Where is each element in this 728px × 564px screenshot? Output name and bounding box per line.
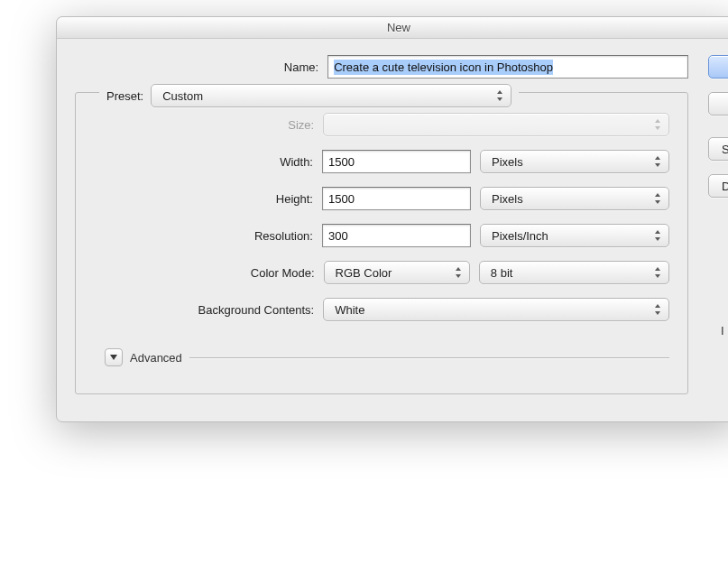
resolution-input[interactable]	[322, 224, 471, 247]
cancel-button[interactable]	[708, 92, 728, 116]
width-units-select[interactable]: Pixels	[480, 150, 669, 173]
preset-label: Preset:	[106, 89, 143, 103]
name-label: Name:	[75, 60, 327, 74]
chevron-updown-icon	[653, 192, 662, 205]
size-label: Size:	[94, 118, 323, 132]
save-preset-button[interactable]: Sav	[708, 137, 728, 161]
chevron-updown-icon	[653, 303, 662, 316]
width-input[interactable]	[322, 150, 471, 173]
resolution-label: Resolution:	[94, 229, 322, 243]
chevron-updown-icon	[653, 155, 662, 168]
advanced-label: Advanced	[130, 351, 182, 365]
height-label: Height:	[94, 192, 322, 206]
color-mode-select[interactable]: RGB Color	[324, 261, 470, 284]
background-contents-label: Background Contents:	[94, 303, 323, 317]
height-units-select[interactable]: Pixels	[480, 187, 669, 210]
advanced-disclosure-button[interactable]	[105, 348, 123, 366]
chevron-updown-icon	[653, 266, 662, 279]
width-label: Width:	[94, 155, 322, 169]
color-mode-label: Color Mode:	[94, 266, 324, 280]
new-document-dialog: New Name: Create a cute television icon …	[56, 16, 728, 422]
height-input[interactable]	[322, 187, 471, 210]
name-input[interactable]: Create a cute television icon in Photosh…	[327, 55, 688, 79]
chevron-updown-icon	[495, 89, 504, 102]
divider	[189, 357, 669, 358]
image-size-label: I	[708, 324, 728, 337]
color-depth-select[interactable]: 8 bit	[479, 261, 669, 284]
size-select	[323, 113, 669, 136]
chevron-updown-icon	[653, 118, 662, 131]
delete-preset-button[interactable]: Del	[708, 174, 728, 198]
background-contents-select[interactable]: White	[323, 298, 669, 321]
triangle-down-icon	[109, 353, 118, 362]
preset-group: Preset: Custom Size:	[75, 92, 688, 394]
preset-select[interactable]: Custom	[151, 84, 511, 107]
resolution-units-select[interactable]: Pixels/Inch	[480, 224, 669, 247]
ok-button[interactable]	[708, 55, 728, 79]
chevron-updown-icon	[454, 266, 463, 279]
chevron-updown-icon	[653, 229, 662, 242]
window-title: New	[57, 17, 728, 39]
